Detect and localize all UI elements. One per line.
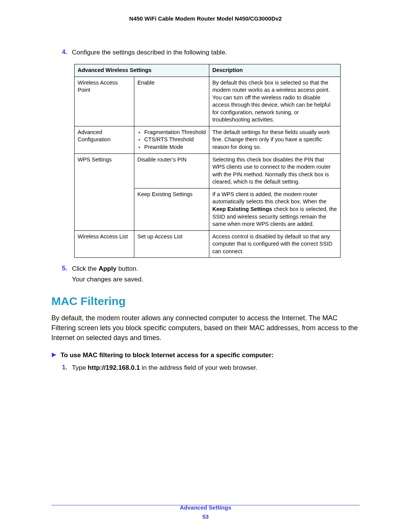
cell: Access control is disabled by default so… bbox=[209, 230, 341, 258]
procedure-title: To use MAC filtering to block Internet a… bbox=[61, 351, 274, 359]
step-4: 4. Configure the settings described in t… bbox=[51, 48, 360, 57]
section-heading: MAC Filtering bbox=[51, 295, 360, 308]
bold-text: Keep Existing Settings bbox=[212, 206, 272, 212]
list-item: CTS/RTS Threshold bbox=[144, 136, 206, 144]
table-row: WPS Settings Disable router’s PIN Select… bbox=[75, 153, 341, 188]
step-1: 1. Type http://192.168.0.1 in the addres… bbox=[51, 364, 360, 372]
cell: Advanced Configuration bbox=[75, 126, 134, 153]
table-row: Advanced Configuration Fragmentation Thr… bbox=[75, 126, 341, 153]
list-item: Fragmentation Threshold bbox=[144, 129, 206, 136]
table-row: Wireless Access Point Enable By default … bbox=[75, 77, 341, 126]
text: If a WPS client is added, the modem rout… bbox=[212, 191, 327, 205]
cell: Enable bbox=[134, 77, 209, 126]
cell: Selecting this check box disables the PI… bbox=[209, 153, 341, 188]
bold-text: http://192.168.0.1 bbox=[88, 364, 140, 371]
text: in the address field of your web browser… bbox=[140, 364, 258, 371]
step-text: Click the Apply button. bbox=[72, 265, 138, 273]
cell: Wireless Access List bbox=[75, 230, 134, 258]
table-head-description: Description bbox=[209, 64, 341, 77]
procedure-heading: To use MAC filtering to block Internet a… bbox=[51, 351, 360, 359]
cell: Wireless Access Point bbox=[75, 77, 134, 126]
step-text: Configure the settings described in the … bbox=[72, 48, 227, 57]
text: button. bbox=[116, 265, 138, 272]
step-text: Type http://192.168.0.1 in the address f… bbox=[72, 364, 258, 372]
list-item: Preamble Mode bbox=[144, 144, 206, 151]
arrow-icon bbox=[51, 352, 57, 359]
text: Type bbox=[72, 364, 88, 371]
footer-section: Advanced Settings bbox=[0, 503, 411, 512]
step-note: Your changes are saved. bbox=[72, 276, 360, 283]
cell: WPS Settings bbox=[75, 153, 134, 230]
step-number: 1. bbox=[57, 364, 67, 372]
table-head-settings: Advanced Wireless Settings bbox=[75, 64, 209, 77]
cell: Disable router’s PIN bbox=[134, 153, 209, 188]
step-5: 5. Click the Apply button. bbox=[51, 265, 360, 273]
cell: If a WPS client is added, the modem rout… bbox=[209, 188, 341, 230]
cell: Keep Existing Settings bbox=[134, 188, 209, 230]
cell: Set up Access List bbox=[134, 230, 209, 258]
svg-marker-0 bbox=[52, 353, 56, 357]
cell: By default this check box is selected so… bbox=[209, 77, 341, 126]
settings-table: Advanced Wireless Settings Description W… bbox=[74, 64, 341, 258]
bold-text: Apply bbox=[99, 265, 116, 272]
table-row: Wireless Access List Set up Access List … bbox=[75, 230, 341, 258]
cell: The default settings for these fields us… bbox=[209, 126, 341, 153]
cell: Fragmentation Threshold CTS/RTS Threshol… bbox=[134, 126, 209, 153]
page-footer: Advanced Settings 53 bbox=[0, 503, 411, 521]
text: Click the bbox=[72, 265, 99, 272]
section-intro: By default, the modem router allows any … bbox=[51, 313, 360, 343]
page-header: N450 WiFi Cable Modem Router Model N450/… bbox=[51, 15, 360, 22]
step-number: 4. bbox=[57, 48, 67, 57]
step-number: 5. bbox=[57, 265, 67, 273]
footer-page-number: 53 bbox=[0, 512, 411, 521]
